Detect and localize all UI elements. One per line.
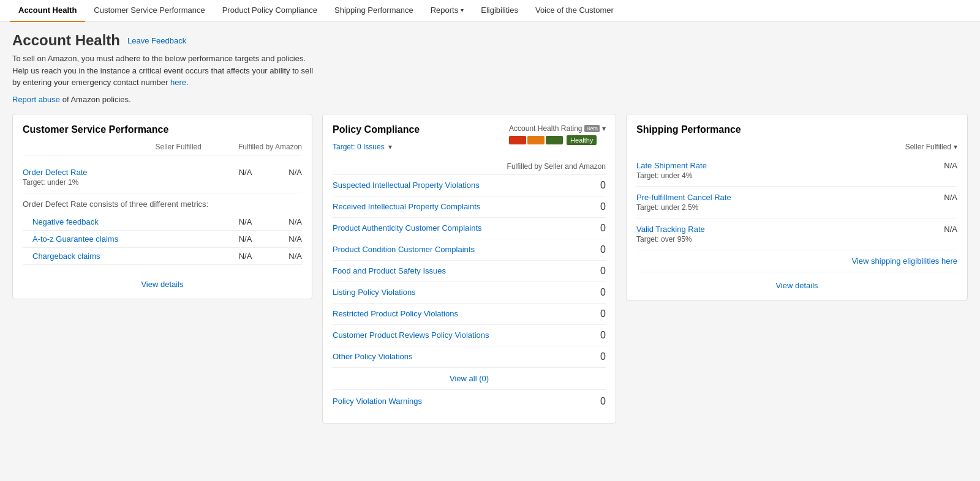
- pc-target-chevron: ▾: [388, 143, 392, 151]
- pc-item-value-1: 0: [600, 201, 606, 212]
- pc-item-value-4: 0: [600, 266, 606, 277]
- report-abuse-link[interactable]: Report abuse: [12, 95, 60, 104]
- pc-item-value-2: 0: [600, 223, 606, 234]
- pc-item-value-3: 0: [600, 244, 606, 255]
- pc-item-value-6: 0: [600, 308, 606, 319]
- sp-cancel-rate-row: Pre-fulfillment Cancel Rate N/A Target: …: [636, 187, 957, 218]
- pc-header-row: Policy Compliance Target: 0 Issues ▾ Acc…: [333, 124, 606, 157]
- csp-col2-header: Fulfilled by Amazon: [238, 143, 302, 151]
- pc-item-label-6[interactable]: Restricted Product Policy Violations: [333, 309, 458, 318]
- csp-card-title: Customer Service Performance: [23, 124, 302, 135]
- order-defect-rate-label[interactable]: Order Defect Rate: [23, 168, 88, 177]
- pc-item-label-1[interactable]: Received Intellectual Property Complaint…: [333, 202, 480, 211]
- sp-valid-tracking-target: Target: over 95%: [636, 235, 957, 244]
- pc-item-intellectual-property-violations: Suspected Intellectual Property Violatio…: [333, 175, 606, 196]
- chargeback-claims-val2: N/A: [288, 252, 302, 261]
- sp-card-title: Shipping Performance: [636, 124, 957, 135]
- atoz-claims-values: N/A N/A: [216, 234, 302, 244]
- pc-ahr-label: Account Health Rating Beta ▾: [509, 124, 606, 133]
- negative-feedback-values: N/A N/A: [216, 217, 302, 226]
- pc-target-link[interactable]: Target: 0 Issues: [333, 143, 385, 151]
- pc-item-label-8[interactable]: Other Policy Violations: [333, 352, 413, 361]
- page-title: Account Health: [12, 32, 120, 49]
- navigation-bar: Account Health Customer Service Performa…: [0, 0, 980, 22]
- sp-view-details-row: View details: [636, 281, 957, 290]
- negative-feedback-row: Negative feedback N/A N/A: [23, 214, 302, 231]
- sp-valid-tracking-value: N/A: [944, 225, 957, 234]
- nav-item-eligibilities[interactable]: Eligibilities: [472, 0, 527, 22]
- sp-cancel-rate-value: N/A: [944, 193, 957, 202]
- sp-late-shipment-top: Late Shipment Rate N/A: [636, 161, 957, 170]
- nav-item-product-policy-compliance[interactable]: Product Policy Compliance: [214, 0, 326, 22]
- sp-eligibility-link-row: View shipping eligibilities here: [636, 250, 957, 272]
- pc-item-value-7: 0: [600, 330, 606, 341]
- reports-dropdown-arrow: ▾: [461, 7, 464, 13]
- sp-late-shipment-target: Target: under 4%: [636, 171, 957, 180]
- csp-view-details-row: View details: [23, 280, 302, 289]
- beta-badge: Beta: [584, 125, 600, 132]
- pc-item-listing-policy: Listing Policy Violations 0: [333, 282, 606, 304]
- sp-eligibility-link[interactable]: View shipping eligibilities here: [852, 256, 957, 266]
- chargeback-claims-label[interactable]: Chargeback claims: [32, 252, 100, 261]
- sp-late-shipment-value: N/A: [944, 161, 957, 170]
- nav-item-account-health[interactable]: Account Health: [10, 0, 85, 22]
- pc-item-label-7[interactable]: Customer Product Reviews Policy Violatio…: [333, 330, 489, 340]
- order-defect-rate-values: N/A N/A: [216, 168, 302, 177]
- nav-item-reports[interactable]: Reports ▾: [422, 0, 473, 22]
- customer-service-performance-card: Customer Service Performance Seller Fulf…: [12, 114, 312, 299]
- pc-warnings-label[interactable]: Policy Violation Warnings: [333, 397, 422, 406]
- pc-item-label-0[interactable]: Suspected Intellectual Property Violatio…: [333, 181, 480, 190]
- nav-item-shipping-performance[interactable]: Shipping Performance: [326, 0, 422, 22]
- sp-valid-tracking-label[interactable]: Valid Tracking Rate: [636, 225, 705, 234]
- negative-feedback-label[interactable]: Negative feedback: [32, 217, 99, 226]
- pc-ahr-bar: Healthy: [509, 135, 606, 145]
- pc-item-label-4[interactable]: Food and Product Safety Issues: [333, 266, 446, 275]
- csp-column-headers: Seller Fulfilled Fulfilled by Amazon: [23, 143, 302, 155]
- ahr-healthy-badge: Healthy: [567, 135, 597, 145]
- sp-header-row: Seller Fulfilled ▾: [636, 143, 957, 151]
- emergency-contact-link[interactable]: here: [170, 78, 186, 87]
- pc-item-label-5[interactable]: Listing Policy Violations: [333, 288, 416, 297]
- negative-feedback-val2: N/A: [288, 217, 302, 226]
- shipping-performance-card: Shipping Performance Seller Fulfilled ▾ …: [626, 114, 968, 300]
- chargeback-claims-row: Chargeback claims N/A N/A: [23, 248, 302, 265]
- leave-feedback-link[interactable]: Leave Feedback: [127, 36, 186, 45]
- nav-item-customer-service-performance[interactable]: Customer Service Performance: [85, 0, 213, 22]
- pc-item-product-condition: Product Condition Customer Complaints 0: [333, 239, 606, 261]
- policy-compliance-card: Policy Compliance Target: 0 Issues ▾ Acc…: [322, 114, 616, 423]
- pc-item-label-2[interactable]: Product Authenticity Customer Complaints: [333, 223, 482, 233]
- pc-view-all-row: View all (0): [333, 368, 606, 390]
- report-abuse-line: Report abuse of Amazon policies.: [12, 95, 968, 104]
- pc-view-all-link[interactable]: View all (0): [450, 374, 489, 383]
- chargeback-claims-values: N/A N/A: [216, 252, 302, 261]
- pc-item-other-policy: Other Policy Violations 0: [333, 346, 606, 368]
- page-description: To sell on Amazon, you must adhere to th…: [12, 53, 331, 89]
- ahr-yellow-segment: [527, 136, 545, 144]
- sp-view-details-link[interactable]: View details: [775, 281, 818, 290]
- csp-view-details-link[interactable]: View details: [141, 280, 183, 289]
- ahr-green-segment: [546, 136, 563, 144]
- nav-item-voice-of-the-customer[interactable]: Voice of the Customer: [527, 0, 622, 22]
- csp-col1-header: Seller Fulfilled: [156, 143, 202, 151]
- pc-item-value-8: 0: [600, 351, 606, 362]
- pc-item-food-product-safety: Food and Product Safety Issues 0: [333, 261, 606, 282]
- sp-fulfillment-chevron: ▾: [954, 143, 957, 151]
- pc-title-group: Policy Compliance Target: 0 Issues ▾: [333, 124, 420, 157]
- page-header: Account Health Leave Feedback To sell on…: [12, 32, 968, 104]
- pc-item-received-intellectual-property: Received Intellectual Property Complaint…: [333, 196, 606, 218]
- sp-fulfillment-select[interactable]: Seller Fulfilled ▾: [905, 143, 957, 151]
- sp-valid-tracking-top: Valid Tracking Rate N/A: [636, 225, 957, 234]
- csp-sub-section-title: Order Defect Rate consists of three diff…: [23, 199, 302, 209]
- sp-cancel-rate-label[interactable]: Pre-fulfillment Cancel Rate: [636, 193, 731, 202]
- pc-warnings-value: 0: [600, 396, 606, 407]
- cards-row: Customer Service Performance Seller Fulf…: [12, 114, 968, 423]
- page-content: Account Health Leave Feedback To sell on…: [0, 22, 980, 433]
- order-defect-rate-row: Order Defect Rate Target: under 1% N/A N…: [23, 162, 302, 193]
- order-defect-rate-target: Target: under 1%: [23, 178, 88, 187]
- pc-item-label-3[interactable]: Product Condition Customer Complaints: [333, 245, 475, 254]
- order-defect-rate-val1: N/A: [239, 168, 252, 177]
- sp-late-shipment-label[interactable]: Late Shipment Rate: [636, 161, 707, 170]
- atoz-claims-label[interactable]: A-to-z Guarantee claims: [32, 234, 118, 244]
- sp-cancel-rate-target: Target: under 2.5%: [636, 203, 957, 212]
- sp-cancel-rate-top: Pre-fulfillment Cancel Rate N/A: [636, 193, 957, 202]
